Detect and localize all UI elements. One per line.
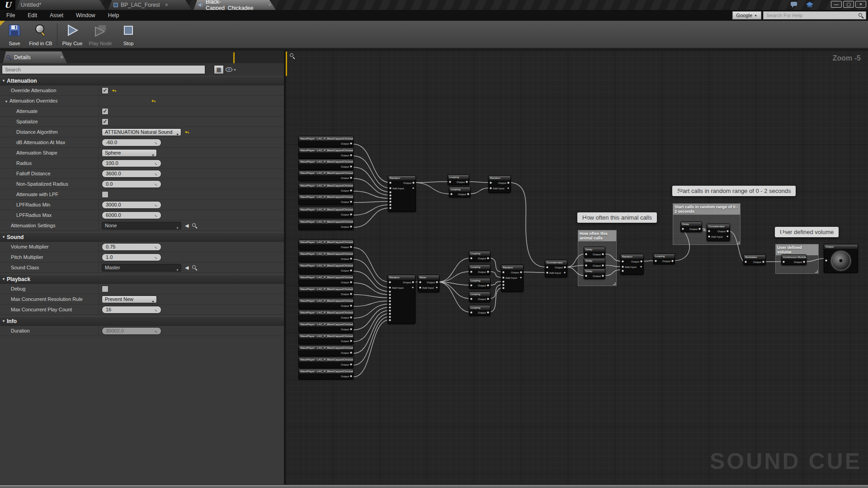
output-pin[interactable] [350,165,352,168]
graph-node-waveplayer-lac-p-blackca[interactable]: WavePlayer : LAC_P_BlackCappedChickadee_… [298,170,354,181]
input-pin[interactable] [470,257,472,259]
add-input-icon[interactable]: + [412,186,414,191]
input-pin[interactable] [389,294,391,296]
output-pin[interactable] [487,311,489,314]
asset-dropdown[interactable]: Master▼ [102,264,181,272]
menu-item-help[interactable]: Help [102,12,126,19]
output-pin[interactable] [466,181,468,183]
input-pin[interactable] [389,300,391,302]
input-pin[interactable] [490,182,492,184]
input-pin[interactable] [682,228,684,230]
graph-node-delay[interactable]: DelayOutput [680,221,702,232]
graph-node-waveplayer-lac-p-blackca[interactable]: WavePlayer : LAC_P_BlackCappedChickadee_… [298,298,354,309]
graph-node-concatenator[interactable]: ConcatenatorOutputAdd Input+ [707,224,730,241]
graph-node-waveplayer-lac-p-blackca[interactable]: WavePlayer : LAC_P_BlackCappedChickadee_… [298,183,354,194]
menu-item-edit[interactable]: Edit [21,12,43,19]
minimize-button[interactable]: — [831,1,842,8]
output-pin[interactable] [726,230,729,232]
asset-dropdown[interactable]: None▼ [102,222,181,230]
add-input-icon[interactable]: + [412,285,414,291]
graph-node-waveplayer-lac-p-blackca[interactable]: WavePlayer : LAC_P_BlackCappedChickadee_… [298,239,354,250]
output-pin[interactable] [350,316,352,319]
graph-node-waveplayer-lac-p-blackca[interactable]: WavePlayer : LAC_P_BlackCappedChickadee_… [298,357,354,368]
output-pin[interactable] [564,266,566,268]
find-in-cb-button[interactable]: Find in CB [27,23,54,47]
output-pin[interactable] [467,193,469,195]
graph-node-waveplayer-lac-p-blackca[interactable]: WavePlayer : LAC_P_BlackCappedChickadee_… [298,275,354,286]
input-pin[interactable] [470,271,472,273]
menu-item-window[interactable]: Window [70,12,102,19]
input-pin[interactable] [470,298,472,300]
close-button[interactable]: × [855,1,866,8]
input-pin[interactable] [585,275,587,277]
browse-icon[interactable] [192,223,197,228]
dropdown[interactable]: Prevent New▼ [102,296,157,303]
input-pin[interactable] [622,266,624,268]
add-input-icon[interactable]: + [726,234,728,239]
graph-node-waveplayer-lac-p-blackca[interactable]: WavePlayer : LAC_P_BlackCappedChickadee_… [298,219,354,230]
input-pin[interactable] [389,297,391,299]
property-matrix-button[interactable]: ▦ [214,65,224,74]
input-pin[interactable] [502,277,505,279]
numeric-input[interactable]: 30002.0↔ [102,327,161,335]
output-pin[interactable] [350,258,352,260]
stop-button[interactable]: Stop [115,23,142,47]
graph-node-waveplayer-lac-p-blackca[interactable]: WavePlayer : LAC_P_BlackCappedChickadee_… [298,286,354,297]
input-pin[interactable] [745,261,747,263]
graph-node-waveplayer-lac-p-blackca[interactable]: WavePlayer : LAC_P_BlackCappedChickadee_… [298,345,354,356]
output-pin[interactable] [507,182,509,184]
dropdown[interactable]: Sphere▼ [102,149,157,157]
output-pin[interactable] [350,328,352,330]
menu-item-asset[interactable]: Asset [43,12,70,19]
output-pin[interactable] [350,189,352,192]
input-pin[interactable] [502,271,505,273]
graph-node-delay[interactable]: DelayOutput [584,268,605,279]
output-pin[interactable] [762,261,764,263]
numeric-input[interactable]: 16↔ [102,306,161,314]
input-pin[interactable] [546,266,548,268]
close-icon[interactable]: × [60,54,63,61]
numeric-input[interactable]: 1.0↔ [102,253,161,261]
numeric-input[interactable]: 0.75↔ [102,243,161,251]
input-pin[interactable] [546,272,548,274]
input-pin[interactable] [502,287,505,289]
output-pin[interactable] [671,260,674,262]
menu-item-file[interactable]: File [0,12,21,19]
output-pin[interactable] [520,271,522,273]
graph-node-waveplayer-lac-p-blackca[interactable]: WavePlayer : LAC_P_BlackCappedChickadee_… [298,207,354,218]
input-pin[interactable] [389,306,391,309]
input-pin[interactable] [389,194,392,197]
graph-node-output[interactable]: Output [824,244,858,273]
checkbox[interactable]: ✓ [102,108,108,115]
add-input-icon[interactable]: + [640,264,642,270]
output-pin[interactable] [602,275,604,277]
output-pin[interactable] [350,281,352,283]
numeric-input[interactable]: -60.0↔ [102,139,161,146]
graph-node-random[interactable]: RandomOutputAdd Input+ [387,275,415,324]
input-pin[interactable] [825,259,827,262]
numeric-input[interactable]: 6000.0↔ [102,211,161,219]
graph-node-looping[interactable]: LoopingOutput [449,187,471,197]
input-pin[interactable] [389,187,392,189]
output-pin[interactable] [412,281,414,283]
output-pin[interactable] [350,154,352,156]
input-pin[interactable] [389,191,392,193]
play-cue-button[interactable]: Play Cue [59,23,86,47]
output-pin[interactable] [350,363,352,366]
graph-node-concatenator[interactable]: ConcatenatorOutputAdd Input+ [545,260,567,277]
add-input-icon[interactable]: + [507,186,509,191]
input-pin[interactable] [502,281,505,283]
input-pin[interactable] [655,260,657,262]
graph-node-waveplayer-lac-p-blackca[interactable]: WavePlayer : LAC_P_BlackCappedChickadee_… [298,322,354,333]
doc-tab-bp-lac-forest[interactable]: BP_LAC_Forest × [108,0,192,10]
graph-node-looping[interactable]: LoopingOutput [448,174,469,185]
input-pin[interactable] [470,284,472,286]
feedback-icon[interactable] [790,1,798,8]
graph-node-continuous-modulator[interactable]: Continuous ModulatorOutput [781,254,807,265]
dropdown[interactable]: ATTENUATION Natural Sound▼ [102,128,181,136]
reset-to-default-icon[interactable]: ↩ [185,129,189,135]
graph-node-looping[interactable]: LoopingOutput [469,291,491,302]
output-pin[interactable] [350,375,352,377]
graph-node-waveplayer-lac-p-blackca[interactable]: WavePlayer : LAC_P_BlackCappedChickadee_… [298,194,354,205]
doc-tab-chickadee[interactable]: Black-Capped_Chickadee_ × [193,0,276,10]
